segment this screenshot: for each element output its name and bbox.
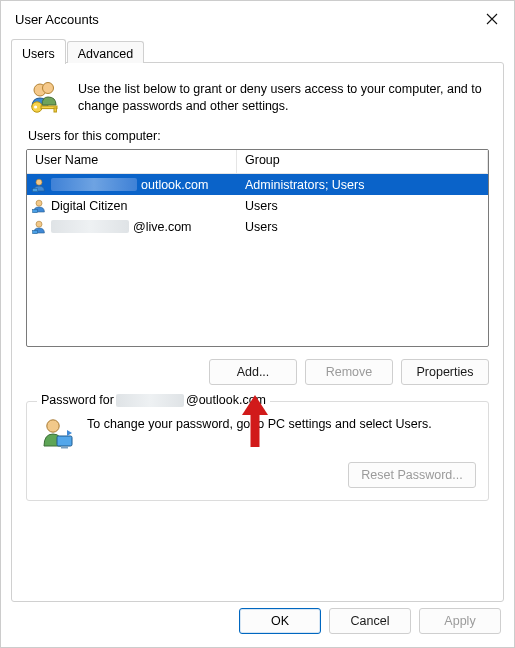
svg-rect-4 xyxy=(54,108,56,112)
user-row[interactable]: outlook.com Administrators; Users xyxy=(27,174,488,195)
svg-rect-14 xyxy=(61,446,68,449)
list-buttons: Add... Remove Properties xyxy=(26,359,489,385)
titlebar: User Accounts xyxy=(1,1,514,37)
apply-button[interactable]: Apply xyxy=(419,608,501,634)
svg-rect-9 xyxy=(33,209,38,212)
svg-rect-11 xyxy=(33,230,38,233)
remove-button[interactable]: Remove xyxy=(305,359,393,385)
legend-suffix: @outlook.com xyxy=(186,393,266,407)
add-button[interactable]: Add... xyxy=(209,359,297,385)
intro-row: Use the list below to grant or deny user… xyxy=(28,81,487,115)
ok-button[interactable]: OK xyxy=(239,608,321,634)
user-row[interactable]: Digital Citizen Users xyxy=(27,195,488,216)
user-monitor-icon xyxy=(39,416,75,452)
user-group: Administrators; Users xyxy=(237,178,488,192)
svg-rect-13 xyxy=(57,436,72,446)
tab-users[interactable]: Users xyxy=(11,39,66,64)
close-button[interactable] xyxy=(476,5,508,33)
users-key-icon xyxy=(28,81,64,115)
redacted-name xyxy=(51,178,137,191)
tab-users-label: Users xyxy=(22,47,55,61)
svg-rect-7 xyxy=(33,188,38,191)
redacted-name xyxy=(51,220,129,233)
user-name: Digital Citizen xyxy=(51,199,127,213)
list-headers: User Name Group xyxy=(27,150,488,174)
user-account-icon xyxy=(31,177,47,193)
column-header-username[interactable]: User Name xyxy=(27,150,237,174)
user-name-suffix: outlook.com xyxy=(141,178,208,192)
user-row[interactable]: @live.com Users xyxy=(27,216,488,237)
user-account-icon xyxy=(31,198,47,214)
users-listbox[interactable]: User Name Group outlook.com Administrato… xyxy=(26,149,489,347)
user-group: Users xyxy=(237,220,488,234)
password-message: To change your password, go to PC settin… xyxy=(87,416,432,452)
users-list-label: Users for this computer: xyxy=(28,129,489,143)
legend-prefix: Password for xyxy=(41,393,114,407)
svg-point-5 xyxy=(34,105,37,108)
user-group: Users xyxy=(237,199,488,213)
svg-point-8 xyxy=(36,200,42,206)
tab-container: Users Advanced Use the l xyxy=(11,39,504,602)
redacted-name xyxy=(116,394,184,407)
password-groupbox: Password for @outlook.com To xyxy=(26,401,489,501)
svg-point-6 xyxy=(36,179,42,185)
svg-point-10 xyxy=(36,221,42,227)
svg-point-1 xyxy=(43,83,54,94)
properties-button[interactable]: Properties xyxy=(401,359,489,385)
tab-row: Users Advanced xyxy=(11,39,504,63)
intro-text: Use the list below to grant or deny user… xyxy=(78,81,487,115)
user-name-suffix: @live.com xyxy=(133,220,192,234)
column-header-group[interactable]: Group xyxy=(237,150,488,174)
svg-point-12 xyxy=(47,420,59,432)
cancel-button[interactable]: Cancel xyxy=(329,608,411,634)
close-icon xyxy=(486,13,498,25)
user-account-icon xyxy=(31,219,47,235)
tab-panel-users: Use the list below to grant or deny user… xyxy=(11,62,504,602)
window-title: User Accounts xyxy=(15,12,476,27)
tab-advanced[interactable]: Advanced xyxy=(67,41,145,63)
user-accounts-window: User Accounts Users Advanced xyxy=(0,0,515,648)
password-group-legend: Password for @outlook.com xyxy=(37,393,270,407)
tab-advanced-label: Advanced xyxy=(78,47,134,61)
dialog-footer: OK Cancel Apply xyxy=(239,608,501,634)
reset-password-button[interactable]: Reset Password... xyxy=(348,462,476,488)
